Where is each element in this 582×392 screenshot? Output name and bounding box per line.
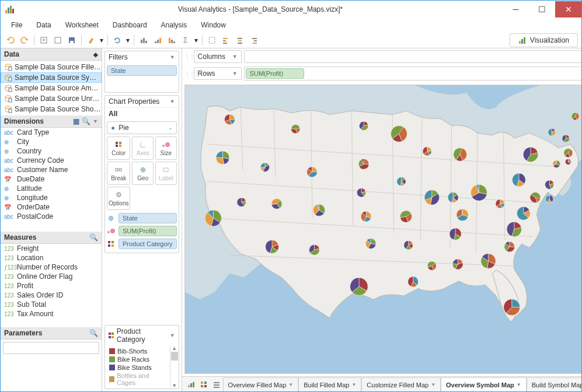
legend-item[interactable]: Bottles and Cages [107, 372, 168, 387]
map-pie-marker[interactable] [423, 147, 431, 156]
sheet-tab[interactable]: Overview Filled Map▼ [223, 377, 299, 392]
chart-btn-color[interactable]: Color [107, 136, 130, 160]
menu-dashboard[interactable]: Dashboard [107, 20, 153, 30]
parameters-input[interactable] [3, 342, 99, 354]
sheet-tab[interactable]: Build Symbol Map▼ [527, 377, 582, 392]
map-pie-marker[interactable] [456, 209, 468, 220]
rows-handle-icon[interactable]: ⋮⋮⋮ [184, 71, 191, 77]
dimension-field[interactable]: ⊕Country [1, 146, 102, 156]
shape-select[interactable]: ● Pie ⌄ [107, 121, 177, 134]
map-pie-marker[interactable] [237, 198, 246, 206]
map-pie-marker[interactable] [391, 125, 407, 142]
data-source-item[interactable]: Sample Data Source Fille… [1, 62, 102, 72]
data-source-item[interactable]: Sample Data Source Sy… [1, 72, 102, 83]
new-worksheet-button[interactable] [184, 378, 197, 391]
map-pie-marker[interactable] [291, 125, 299, 134]
new-ds-button[interactable]: + [37, 34, 50, 47]
map-pie-marker[interactable] [449, 228, 461, 240]
map-pie-marker[interactable] [365, 239, 376, 249]
map-pie-marker[interactable] [517, 206, 530, 220]
align-right-button[interactable] [248, 34, 260, 47]
dimension-field[interactable]: 📅DueDate [1, 174, 102, 184]
menu-window[interactable]: Window [195, 20, 232, 30]
menu-data[interactable]: Data [30, 20, 57, 30]
swap-button[interactable] [137, 34, 150, 47]
menu-worksheet[interactable]: Worksheet [60, 20, 104, 30]
map-pie-marker[interactable] [545, 180, 553, 189]
sheet-tab[interactable]: Customize Filled Map▼ [361, 377, 441, 392]
totals-dropdown[interactable]: ▾ [193, 34, 199, 47]
map-pie-marker[interactable] [571, 113, 579, 120]
columns-drop-zone[interactable] [244, 50, 582, 63]
legend-item[interactable]: Bike Stands [107, 363, 168, 372]
map-pie-marker[interactable] [548, 128, 555, 136]
map-pie-marker[interactable] [448, 192, 458, 203]
refresh-dropdown[interactable]: ▾ [125, 34, 131, 47]
dimension-field[interactable]: ⊕Latitude [1, 184, 102, 193]
chart-btn-size[interactable]: Size [155, 136, 177, 160]
map-pie-marker[interactable] [424, 190, 439, 205]
map-pie-marker[interactable] [306, 167, 317, 177]
dimensions-menu-icon[interactable]: ▼ [93, 118, 98, 124]
map-pie-marker[interactable] [480, 254, 495, 268]
measure-field[interactable]: 123Freight [1, 244, 102, 253]
menu-analysis[interactable]: Analysis [155, 20, 193, 30]
list-sheets-button[interactable] [210, 378, 223, 391]
sort-desc-button[interactable] [165, 34, 178, 47]
close-button[interactable]: ✕ [555, 1, 581, 18]
parameters-search-icon[interactable]: 🔍 [89, 329, 98, 337]
map-pie-marker[interactable] [265, 240, 278, 254]
map-pie-marker[interactable] [471, 184, 487, 201]
map-pie-marker[interactable] [309, 245, 319, 256]
map-pie-marker[interactable] [224, 114, 235, 125]
measure-field[interactable]: 123Profit [1, 281, 102, 290]
dimension-field[interactable]: 📅OrderDate [1, 202, 102, 212]
redo-button[interactable] [18, 34, 31, 47]
chart-btn-geo[interactable]: ⊕Geo [132, 162, 154, 185]
align-left-button[interactable] [219, 34, 232, 47]
map-pie-marker[interactable] [216, 151, 229, 164]
dimensions-search-icon[interactable]: 🔍 [82, 117, 90, 125]
chart-btn-options[interactable]: ⚙Options [107, 187, 130, 210]
map-pie-marker[interactable] [404, 241, 413, 250]
map-pie-marker[interactable] [565, 159, 571, 164]
map-pie-marker[interactable] [205, 210, 221, 226]
menu-file[interactable]: File [5, 20, 28, 30]
map-pie-marker[interactable] [260, 163, 269, 172]
highlight-button[interactable] [205, 34, 218, 47]
clear-dropdown[interactable]: ▾ [99, 34, 104, 47]
map-viz[interactable] [184, 85, 582, 374]
map-pie-marker[interactable] [271, 198, 282, 209]
refresh-button[interactable] [111, 34, 124, 47]
legend-scrollbar[interactable]: ▲ ▼ [170, 345, 179, 388]
map-pie-marker[interactable] [545, 195, 553, 203]
rows-label[interactable]: Rows▼ [194, 67, 242, 80]
map-pie-marker[interactable] [512, 173, 525, 187]
totals-button[interactable]: Σ [179, 34, 192, 47]
dimension-field[interactable]: abcCustomer Name [1, 165, 102, 174]
columns-label[interactable]: Columns▼ [194, 50, 242, 63]
dimension-field[interactable]: abcCurrency Code [1, 156, 102, 165]
map-pie-marker[interactable] [396, 177, 405, 186]
rows-pill-profit[interactable]: SUM(Profit) [246, 68, 304, 79]
dimension-field[interactable]: ⊕Longitude [1, 193, 102, 202]
map-pie-marker[interactable] [357, 188, 365, 197]
data-source-item[interactable]: Sample Data Source Sho… [1, 104, 102, 114]
new-sheet-button[interactable] [51, 34, 64, 47]
measure-field[interactable]: ƒ123Number of Records [1, 262, 102, 272]
columns-handle-icon[interactable]: ⋮⋮⋮ [184, 54, 191, 60]
save-button[interactable] [65, 34, 78, 47]
sheet-tab[interactable]: Build Filled Map▼ [298, 377, 361, 392]
rows-drop-zone[interactable]: SUM(Profit) [244, 66, 582, 80]
map-pie-marker[interactable] [452, 259, 463, 270]
map-pie-marker[interactable] [359, 121, 368, 130]
measure-field[interactable]: 123Tax Amount [1, 309, 102, 318]
map-pie-marker[interactable] [496, 200, 504, 208]
dimension-field[interactable]: abcPostalCode [1, 212, 102, 221]
legend-item[interactable]: Bike Racks [107, 355, 168, 363]
measure-field[interactable]: 123Location [1, 253, 102, 262]
map-pie-marker[interactable] [562, 135, 570, 142]
new-dashboard-button[interactable] [197, 378, 210, 391]
measure-field[interactable]: 123Sales Order ID [1, 290, 102, 300]
map-pie-marker[interactable] [361, 211, 371, 222]
